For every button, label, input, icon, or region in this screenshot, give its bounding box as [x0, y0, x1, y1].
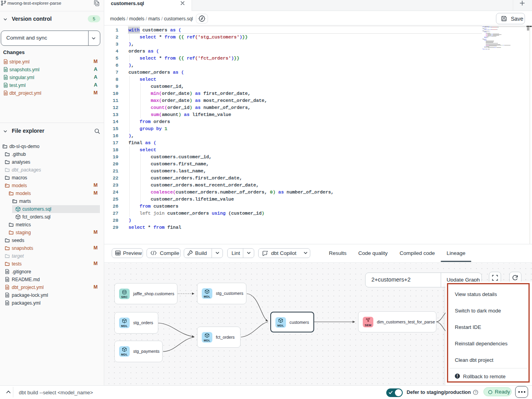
svg-text:?: ? [475, 390, 477, 394]
